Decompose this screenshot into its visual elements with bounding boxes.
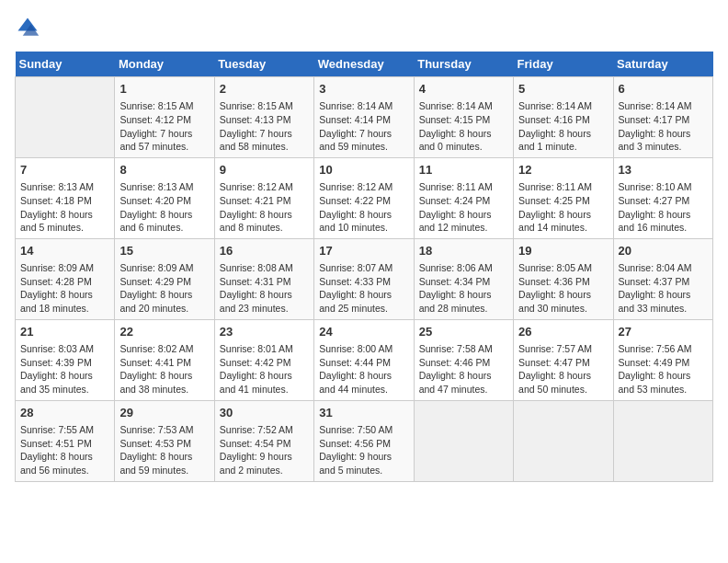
day-number: 19 [518,243,608,259]
calendar-cell: 22 Sunrise: 8:02 AM Sunset: 4:41 PM Dayl… [115,319,214,400]
weekday-row: SundayMondayTuesdayWednesdayThursdayFrid… [16,52,713,77]
calendar-week-row: 7 Sunrise: 8:13 AM Sunset: 4:18 PM Dayli… [16,157,713,238]
page-header [15,15,713,40]
day-number: 18 [419,243,508,259]
day-number: 3 [319,81,408,98]
day-number: 22 [119,324,209,340]
calendar-cell: 28 Sunrise: 7:55 AM Sunset: 4:51 PM Dayl… [16,400,115,481]
calendar-cell: 12 Sunrise: 8:11 AM Sunset: 4:25 PM Dayl… [514,157,613,238]
calendar-table: SundayMondayTuesdayWednesdayThursdayFrid… [15,52,713,482]
calendar-cell: 6 Sunrise: 8:14 AM Sunset: 4:17 PM Dayli… [613,77,712,158]
day-number: 12 [518,162,608,178]
weekday-header: Tuesday [214,52,313,77]
calendar-cell [414,400,513,481]
calendar-cell: 13 Sunrise: 8:10 AM Sunset: 4:27 PM Dayl… [613,157,712,238]
calendar-cell: 3 Sunrise: 8:14 AM Sunset: 4:14 PM Dayli… [314,77,414,158]
day-number: 26 [518,324,608,340]
day-info: Sunrise: 8:10 AM Sunset: 4:27 PM Dayligh… [619,180,708,235]
day-info: Sunrise: 8:06 AM Sunset: 4:34 PM Dayligh… [419,261,508,316]
day-number: 15 [119,243,209,259]
day-info: Sunrise: 7:57 AM Sunset: 4:47 PM Dayligh… [518,342,608,396]
day-info: Sunrise: 8:11 AM Sunset: 4:25 PM Dayligh… [518,180,608,235]
weekday-header: Friday [514,52,613,77]
day-info: Sunrise: 8:02 AM Sunset: 4:41 PM Dayligh… [119,342,209,396]
day-info: Sunrise: 8:14 AM Sunset: 4:16 PM Dayligh… [518,99,608,154]
calendar-cell: 5 Sunrise: 8:14 AM Sunset: 4:16 PM Dayli… [514,77,613,158]
calendar-cell: 27 Sunrise: 7:56 AM Sunset: 4:49 PM Dayl… [613,319,712,400]
day-number: 13 [619,162,708,178]
calendar-week-row: 14 Sunrise: 8:09 AM Sunset: 4:28 PM Dayl… [16,238,713,319]
day-number: 2 [220,81,309,98]
logo-icon [15,15,40,40]
calendar-cell: 9 Sunrise: 8:12 AM Sunset: 4:21 PM Dayli… [214,157,313,238]
day-number: 27 [619,324,708,340]
calendar-cell: 15 Sunrise: 8:09 AM Sunset: 4:29 PM Dayl… [115,238,214,319]
day-info: Sunrise: 8:15 AM Sunset: 4:12 PM Dayligh… [119,99,209,154]
day-number: 10 [319,162,408,178]
day-info: Sunrise: 8:08 AM Sunset: 4:31 PM Dayligh… [220,261,309,316]
day-info: Sunrise: 8:05 AM Sunset: 4:36 PM Dayligh… [518,261,608,316]
day-info: Sunrise: 7:50 AM Sunset: 4:56 PM Dayligh… [319,423,408,477]
day-number: 29 [119,405,209,421]
day-info: Sunrise: 8:15 AM Sunset: 4:13 PM Dayligh… [220,99,309,154]
day-info: Sunrise: 8:03 AM Sunset: 4:39 PM Dayligh… [20,342,109,396]
day-info: Sunrise: 7:56 AM Sunset: 4:49 PM Dayligh… [619,342,708,396]
weekday-header: Wednesday [314,52,414,77]
calendar-cell: 21 Sunrise: 8:03 AM Sunset: 4:39 PM Dayl… [16,319,115,400]
weekday-header: Thursday [414,52,513,77]
calendar-cell: 4 Sunrise: 8:14 AM Sunset: 4:15 PM Dayli… [414,77,513,158]
day-number: 16 [220,243,309,259]
day-info: Sunrise: 8:11 AM Sunset: 4:24 PM Dayligh… [419,180,508,235]
weekday-header: Saturday [613,52,712,77]
day-info: Sunrise: 7:53 AM Sunset: 4:53 PM Dayligh… [119,423,209,477]
day-info: Sunrise: 7:58 AM Sunset: 4:46 PM Dayligh… [419,342,508,396]
day-info: Sunrise: 8:12 AM Sunset: 4:21 PM Dayligh… [220,180,309,235]
weekday-header: Monday [115,52,214,77]
calendar-cell: 18 Sunrise: 8:06 AM Sunset: 4:34 PM Dayl… [414,238,513,319]
day-info: Sunrise: 7:55 AM Sunset: 4:51 PM Dayligh… [20,423,109,477]
calendar-cell: 11 Sunrise: 8:11 AM Sunset: 4:24 PM Dayl… [414,157,513,238]
day-number: 9 [220,162,309,178]
day-info: Sunrise: 8:00 AM Sunset: 4:44 PM Dayligh… [319,342,408,396]
logo [15,15,44,40]
day-number: 21 [20,324,109,340]
calendar-cell: 14 Sunrise: 8:09 AM Sunset: 4:28 PM Dayl… [16,238,115,319]
day-info: Sunrise: 8:04 AM Sunset: 4:37 PM Dayligh… [619,261,708,316]
day-info: Sunrise: 8:13 AM Sunset: 4:20 PM Dayligh… [119,180,209,235]
calendar-cell: 31 Sunrise: 7:50 AM Sunset: 4:56 PM Dayl… [314,400,414,481]
day-number: 30 [220,405,309,421]
day-info: Sunrise: 8:07 AM Sunset: 4:33 PM Dayligh… [319,261,408,316]
day-number: 8 [119,162,209,178]
day-number: 14 [20,243,109,259]
day-info: Sunrise: 8:14 AM Sunset: 4:17 PM Dayligh… [619,99,708,154]
day-number: 25 [419,324,508,340]
calendar-week-row: 21 Sunrise: 8:03 AM Sunset: 4:39 PM Dayl… [16,319,713,400]
calendar-cell: 20 Sunrise: 8:04 AM Sunset: 4:37 PM Dayl… [613,238,712,319]
calendar-cell: 1 Sunrise: 8:15 AM Sunset: 4:12 PM Dayli… [115,77,214,158]
calendar-cell [514,400,613,481]
calendar-cell: 25 Sunrise: 7:58 AM Sunset: 4:46 PM Dayl… [414,319,513,400]
calendar-cell: 30 Sunrise: 7:52 AM Sunset: 4:54 PM Dayl… [214,400,313,481]
day-number: 20 [619,243,708,259]
day-number: 28 [20,405,109,421]
day-info: Sunrise: 8:09 AM Sunset: 4:28 PM Dayligh… [20,261,109,316]
day-number: 6 [619,81,708,98]
calendar-cell: 23 Sunrise: 8:01 AM Sunset: 4:42 PM Dayl… [214,319,313,400]
day-info: Sunrise: 8:13 AM Sunset: 4:18 PM Dayligh… [20,180,109,235]
calendar-cell: 7 Sunrise: 8:13 AM Sunset: 4:18 PM Dayli… [16,157,115,238]
day-number: 5 [518,81,608,98]
calendar-cell: 8 Sunrise: 8:13 AM Sunset: 4:20 PM Dayli… [115,157,214,238]
calendar-cell: 29 Sunrise: 7:53 AM Sunset: 4:53 PM Dayl… [115,400,214,481]
day-number: 23 [220,324,309,340]
calendar-cell [16,77,115,158]
calendar-cell: 16 Sunrise: 8:08 AM Sunset: 4:31 PM Dayl… [214,238,313,319]
day-info: Sunrise: 8:09 AM Sunset: 4:29 PM Dayligh… [119,261,209,316]
calendar-header: SundayMondayTuesdayWednesdayThursdayFrid… [16,52,713,77]
calendar-cell: 10 Sunrise: 8:12 AM Sunset: 4:22 PM Dayl… [314,157,414,238]
day-info: Sunrise: 8:14 AM Sunset: 4:14 PM Dayligh… [319,99,408,154]
day-number: 11 [419,162,508,178]
day-number: 1 [119,81,209,98]
calendar-cell: 24 Sunrise: 8:00 AM Sunset: 4:44 PM Dayl… [314,319,414,400]
day-number: 31 [319,405,408,421]
calendar-week-row: 28 Sunrise: 7:55 AM Sunset: 4:51 PM Dayl… [16,400,713,481]
